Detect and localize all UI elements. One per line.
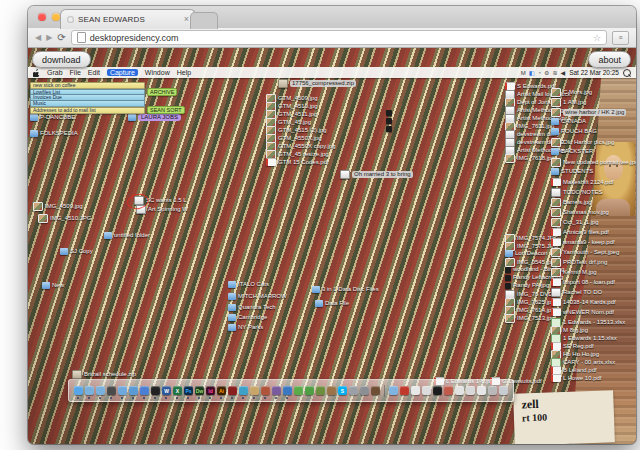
desktop-icon[interactable]: wine harbor / HK 2.jpg <box>551 108 626 117</box>
dock-mail-icon[interactable] <box>118 386 127 395</box>
dock-trash-icon[interactable] <box>499 386 508 395</box>
desktop-icon[interactable]: 1 AM.jpg <box>551 98 586 107</box>
dock-plant-icon[interactable] <box>316 386 325 395</box>
desktop-icon[interactable]: MITCH MARROW <box>228 293 287 300</box>
dock-min-window-1-icon[interactable] <box>411 386 420 395</box>
browser-tab[interactable]: SEAN EDWARDS × <box>60 9 196 29</box>
dock-folder-docs-icon[interactable] <box>96 386 105 395</box>
desktop-icon[interactable]: Data File <box>315 300 349 307</box>
back-icon[interactable]: ◀ <box>35 33 41 42</box>
desktop-icon[interactable]: L Howe 10.pdf <box>551 374 601 382</box>
menu-item-edit[interactable]: Edit <box>88 69 100 76</box>
dock-blue-doc-icon[interactable] <box>389 386 398 395</box>
desktop-icon[interactable]: Lori Deacon <box>505 250 547 257</box>
dock-black-phone-icon[interactable] <box>433 386 442 395</box>
desktop-icon[interactable]: S Edwards.pdf <box>505 82 556 90</box>
bookmark-star-icon[interactable]: ☆ <box>593 33 601 43</box>
desktop-icon[interactable]: P-DANCUBE <box>30 114 75 121</box>
dock-excel-icon[interactable]: X <box>173 386 182 395</box>
desktop-icon[interactable]: B Leland.pdf <box>551 366 597 374</box>
desktop-icon[interactable]: Artnica 9 files.pdf <box>551 228 609 236</box>
desktop-icon[interactable]: IMG_7618.jpg <box>505 154 555 163</box>
menu-item-window[interactable]: Window <box>145 69 170 76</box>
desktop-icon[interactable]: Oh married 3 to bring <box>340 170 413 179</box>
messages-icon[interactable]: M <box>521 70 526 76</box>
desktop-icon[interactable]: FOLKSPEDIA <box>30 130 78 137</box>
dock-illustrator-icon[interactable]: Ai <box>217 386 226 395</box>
menu-item-file[interactable]: File <box>70 69 81 76</box>
dock-word-icon[interactable]: W <box>162 386 171 395</box>
dock-globe-blue-icon[interactable] <box>283 386 292 395</box>
dock-finder-icon[interactable] <box>74 386 83 395</box>
desktop-icon[interactable]: Quandra Tech <box>228 304 276 311</box>
desktop-icon[interactable]: Britrail schedule.zip <box>72 370 136 379</box>
desktop-icon[interactable]: Import 08 - loan.pdf <box>551 278 615 286</box>
dock-folder-apps-icon[interactable] <box>85 386 94 395</box>
dock-red-book-icon[interactable] <box>400 386 409 395</box>
browser-menu-icon[interactable]: ≡ <box>612 31 629 45</box>
reload-icon[interactable]: ⟳ <box>57 32 65 43</box>
menu-item-grab[interactable]: Grab <box>47 69 63 76</box>
dock-min-window-5-icon[interactable] <box>477 386 486 395</box>
desktop-icon[interactable]: SJ Copy <box>60 248 93 255</box>
desktop-icon[interactable] <box>386 110 392 116</box>
desktop-icon[interactable]: IMG_4509.jpg <box>33 202 83 211</box>
dock-gray-app-1-icon[interactable] <box>349 386 358 395</box>
desktop-icon[interactable] <box>386 118 392 124</box>
tab-close-icon[interactable]: × <box>184 15 189 24</box>
dock-acrobat-icon[interactable] <box>228 386 237 395</box>
dock-box-brown-icon[interactable] <box>327 386 336 395</box>
dock-recycle-icon[interactable] <box>305 386 314 395</box>
download-button[interactable]: download <box>32 51 91 68</box>
desktop-icon[interactable]: PROTest drf.png <box>551 258 607 267</box>
menu-item-capture[interactable]: Capture <box>107 69 138 76</box>
desktop-icon[interactable]: wNEWER Nom.pdf <box>551 308 614 316</box>
desktop-icon[interactable]: SE Reg.pdf <box>551 342 594 350</box>
desktop-icon[interactable]: amanta9 - keep.pdf <box>551 238 615 246</box>
gear-icon[interactable]: ⚙ <box>544 69 549 76</box>
dock-gray-box-icon[interactable] <box>488 386 497 395</box>
wifi-icon[interactable]: ≋ <box>552 69 557 76</box>
desktop-icon[interactable]: Oct_31_1.jpg <box>551 218 599 227</box>
close-window-button[interactable] <box>38 13 46 21</box>
dock-green-orb-icon[interactable] <box>294 386 303 395</box>
desktop-icon[interactable]: Kermit M.jpg <box>551 268 597 277</box>
desktop-icon[interactable]: LAURA JOBS <box>128 114 181 121</box>
dock-photoshop-icon[interactable]: Ps <box>184 386 193 395</box>
menu-item-help[interactable]: Help <box>177 69 191 76</box>
desktop-icon[interactable]: POUCH BAG <box>551 128 597 135</box>
desktop-icon[interactable]: Cambridge <box>228 314 267 321</box>
new-tab-button[interactable] <box>190 12 218 29</box>
dock-pencil-tool-icon[interactable] <box>250 386 259 395</box>
dock-camera-icon[interactable] <box>107 386 116 395</box>
desktop-icon[interactable]: ITALO Cats <box>228 281 269 288</box>
apple-icon[interactable] <box>33 69 40 77</box>
dock-door-icon[interactable] <box>371 386 380 395</box>
desktop-icon[interactable]: NY Parks <box>228 324 263 331</box>
desktop-icon[interactable]: 17756_compressed.zip <box>278 79 356 88</box>
desktop-icon[interactable]: STUDENTS <box>551 168 593 175</box>
timemachine-icon[interactable]: ◔ <box>537 70 541 76</box>
collapsed-window-bar[interactable]: Addresses to add to mail list <box>30 107 145 114</box>
desktop-icon[interactable]: BACKSTER <box>551 148 593 155</box>
desktop-icon[interactable]: Randy PA.jpg <box>505 282 549 289</box>
desktop-icon[interactable]: Yarmouth - Sept.jpeg <box>551 248 619 257</box>
dock-min-window-3-icon[interactable] <box>455 386 464 395</box>
desktop-icon[interactable]: Rachel TO DO <box>551 288 602 297</box>
dock-itunes-icon[interactable] <box>140 386 149 395</box>
desktop-icon[interactable] <box>386 126 392 132</box>
desktop-icon[interactable]: CANADA <box>551 118 586 125</box>
desktop-icon[interactable]: Old Harbor pics.jpg <box>551 138 614 147</box>
desktop-icon[interactable]: TODO NOTES <box>551 188 603 197</box>
forward-icon[interactable]: ▶ <box>46 33 52 42</box>
desktop-icon[interactable]: Shannas mov.jpg <box>551 208 609 217</box>
volume-icon[interactable]: ◀ <box>561 69 566 76</box>
about-button[interactable]: about <box>588 51 631 68</box>
dock-gray-app-2-icon[interactable] <box>360 386 369 395</box>
address-bar[interactable]: desktopresidency.com ☆ <box>71 30 607 45</box>
desktop-icon[interactable]: IMG_7513.jpg <box>505 314 555 323</box>
dock-indesign-icon[interactable]: Id <box>206 386 215 395</box>
desktop-icon[interactable]: 14038-14 Kards.pdf <box>551 298 616 306</box>
dock-dreamweaver-icon[interactable]: Dw <box>195 386 204 395</box>
dock-min-window-4-icon[interactable] <box>466 386 475 395</box>
